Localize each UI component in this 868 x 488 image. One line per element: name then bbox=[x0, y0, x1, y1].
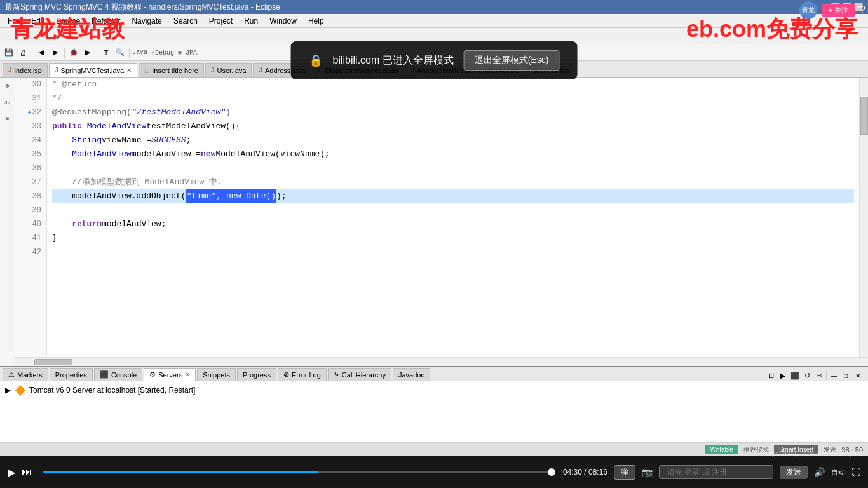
toolbar-debug[interactable]: 🐞 bbox=[67, 46, 80, 59]
sidebar-java[interactable]: Ju bbox=[2, 97, 13, 108]
tab-springmvctest-java[interactable]: J SpringMVCTest.java ✕ bbox=[49, 63, 137, 77]
code-line-34: String viewName = SUCCESS; bbox=[52, 133, 854, 147]
panel-disconnect[interactable]: ✂ bbox=[814, 370, 824, 381]
toolbar-forward[interactable]: ▶ bbox=[49, 46, 62, 59]
expand-icon[interactable]: ▶ bbox=[5, 386, 11, 395]
main-editor-area: ⊕ Ju ≡ 30 31 32 33 34 35 36 37 38 39 bbox=[0, 78, 868, 366]
menu-navigate[interactable]: Navigate bbox=[126, 15, 166, 27]
panel-minimize[interactable]: — bbox=[829, 370, 839, 381]
bottom-tab-markers[interactable]: ⚠ Markers bbox=[3, 368, 48, 381]
menu-window[interactable]: Window bbox=[264, 15, 302, 27]
menu-source[interactable]: Source bbox=[51, 15, 85, 27]
panel-stop[interactable]: ⬛ bbox=[790, 370, 800, 381]
toolbar-search[interactable]: 🔍 bbox=[114, 46, 126, 59]
close-icon[interactable]: ✕ bbox=[126, 67, 132, 74]
sidebar-quick-access[interactable]: ⊕ bbox=[2, 80, 13, 92]
scrollbar-thumb[interactable] bbox=[860, 97, 868, 135]
bottom-tab-progress[interactable]: Progress bbox=[237, 368, 276, 381]
progress-container[interactable] bbox=[38, 471, 557, 473]
time-display: 04:30 / 08:16 bbox=[563, 468, 607, 477]
code-line-36 bbox=[52, 161, 854, 175]
progress-dot bbox=[548, 468, 555, 476]
call-hierarchy-icon: ⤷ bbox=[334, 370, 339, 379]
line-num-31: 31 bbox=[20, 92, 41, 105]
horizontal-scrollbar[interactable] bbox=[15, 357, 868, 366]
code-content: 30 31 32 33 34 35 36 37 38 39 40 41 42 bbox=[15, 78, 868, 357]
toolbar-print[interactable]: 🖨 bbox=[17, 46, 29, 59]
tab-user-java[interactable]: J User.java bbox=[205, 63, 252, 77]
error-icon: ⊗ bbox=[283, 370, 289, 379]
menu-refactor[interactable]: Refactor bbox=[86, 15, 125, 27]
servers-icon: ⚙ bbox=[149, 370, 156, 379]
tab-insert-title[interactable]: ◻ Insert title here bbox=[139, 63, 204, 77]
menu-edit[interactable]: Edit bbox=[26, 15, 50, 27]
bottom-tab-javadoc[interactable]: Javadoc bbox=[393, 368, 430, 381]
toolbar-back[interactable]: ◀ bbox=[35, 46, 48, 59]
bilibili-url: https://blog.csdn.net/shelbaydo bbox=[764, 450, 860, 458]
follow-button[interactable]: + 关注 bbox=[822, 4, 855, 17]
h-scrollbar-thumb[interactable] bbox=[34, 359, 72, 365]
window-title: 最新Spring MVC SpringMVC 4 视频教程 - handlers… bbox=[5, 2, 280, 13]
menu-file[interactable]: File bbox=[3, 15, 25, 27]
help-icon[interactable]: ? bbox=[860, 4, 865, 16]
toolbar-save[interactable]: 💾 bbox=[3, 46, 15, 59]
vertical-scrollbar[interactable] bbox=[859, 78, 868, 357]
code-line-31: */ bbox=[52, 92, 854, 105]
bilibili-fullscreen-overlay: 🔒 bilibili.com 已进入全屏模式 退出全屏模式(Esc) bbox=[291, 41, 578, 79]
volume-icon[interactable]: 🔊 bbox=[814, 467, 825, 477]
tab-index-jsp[interactable]: J index.jsp bbox=[3, 63, 48, 77]
toolbar-open-type[interactable]: T bbox=[100, 46, 112, 59]
panel-close[interactable]: ✕ bbox=[853, 370, 863, 381]
code-line-38: modelAndView.addObject("time", new Date(… bbox=[52, 189, 854, 203]
console-icon: ⬛ bbox=[100, 370, 109, 379]
server-icon: 🔶 bbox=[15, 385, 25, 395]
menu-run[interactable]: Run bbox=[239, 15, 263, 27]
line-numbers: 30 31 32 33 34 35 36 37 38 39 40 41 42 bbox=[15, 78, 47, 357]
server-label: Tomcat v6.0 Server at localhost [Started… bbox=[29, 386, 195, 395]
markers-icon: ⚠ bbox=[8, 370, 15, 379]
danmaku-input[interactable] bbox=[659, 465, 773, 479]
line-num-33: 33 bbox=[20, 119, 41, 133]
line-num-36: 36 bbox=[20, 161, 41, 175]
avatar: 青龙 bbox=[799, 1, 817, 19]
send-danmaku-button[interactable]: 发送 bbox=[780, 466, 808, 479]
auto-quality-label[interactable]: 自动 bbox=[831, 468, 845, 477]
video-controls: ▶ ⏭ 04:30 / 08:16 弹 📷 发送 🔊 自动 ⛶ https://… bbox=[0, 456, 868, 488]
line-num-34: 34 bbox=[20, 133, 41, 147]
bottom-tab-console[interactable]: ⬛ Console bbox=[94, 368, 142, 381]
menu-help[interactable]: Help bbox=[303, 15, 329, 27]
line-num-42: 42 bbox=[20, 245, 41, 259]
bottom-tab-call-hierarchy[interactable]: ⤷ Call Hierarchy bbox=[328, 368, 391, 381]
panel-maximize[interactable]: □ bbox=[841, 370, 851, 381]
panel-new-server[interactable]: ⊞ bbox=[766, 370, 776, 381]
danmaku-toggle[interactable]: 弹 bbox=[614, 465, 635, 480]
bottom-tab-properties[interactable]: Properties bbox=[50, 368, 93, 381]
code-line-39 bbox=[52, 203, 854, 217]
panel-restart[interactable]: ↺ bbox=[802, 370, 812, 381]
sidebar-outline[interactable]: ≡ bbox=[2, 113, 13, 125]
screenshot-button[interactable]: 📷 bbox=[642, 467, 653, 477]
writable-badge: Writable bbox=[705, 445, 738, 454]
menu-search[interactable]: Search bbox=[168, 15, 203, 27]
bottom-tab-snippets[interactable]: Snippets bbox=[197, 368, 236, 381]
line-num-30: 30 bbox=[20, 78, 41, 92]
play-button[interactable]: ▶ bbox=[8, 466, 15, 478]
left-sidebar: ⊕ Ju ≡ bbox=[0, 78, 15, 366]
menu-project[interactable]: Project bbox=[204, 15, 238, 27]
bottom-tab-servers[interactable]: ⚙ Servers ✕ bbox=[144, 368, 196, 381]
panel-start[interactable]: ▶ bbox=[778, 370, 788, 381]
progress-bar[interactable] bbox=[43, 471, 552, 473]
code-line-33: public ModelAndView testModelAndView(){ bbox=[52, 119, 854, 133]
bottom-tab-error-log[interactable]: ⊗ Error Log bbox=[278, 368, 327, 381]
code-editor[interactable]: 30 31 32 33 34 35 36 37 38 39 40 41 42 bbox=[15, 78, 868, 366]
toolbar-run[interactable]: ▶ bbox=[81, 46, 94, 59]
code-lines[interactable]: * @return */ @RequestMapping("/testModel… bbox=[47, 78, 859, 357]
menu-bar: File Edit Source Refactor Navigate Searc… bbox=[0, 14, 868, 28]
close-servers-icon[interactable]: ✕ bbox=[185, 371, 190, 378]
fullscreen-icon[interactable]: ⛶ bbox=[851, 467, 860, 477]
skip-button[interactable]: ⏭ bbox=[22, 466, 32, 478]
bottom-panel: ⚠ Markers Properties ⬛ Console ⚙ Servers… bbox=[0, 366, 868, 442]
server-row[interactable]: ▶ 🔶 Tomcat v6.0 Server at localhost [Sta… bbox=[5, 385, 863, 395]
line-num-38: 38 bbox=[20, 189, 41, 203]
exit-fullscreen-button[interactable]: 退出全屏模式(Esc) bbox=[464, 50, 560, 71]
